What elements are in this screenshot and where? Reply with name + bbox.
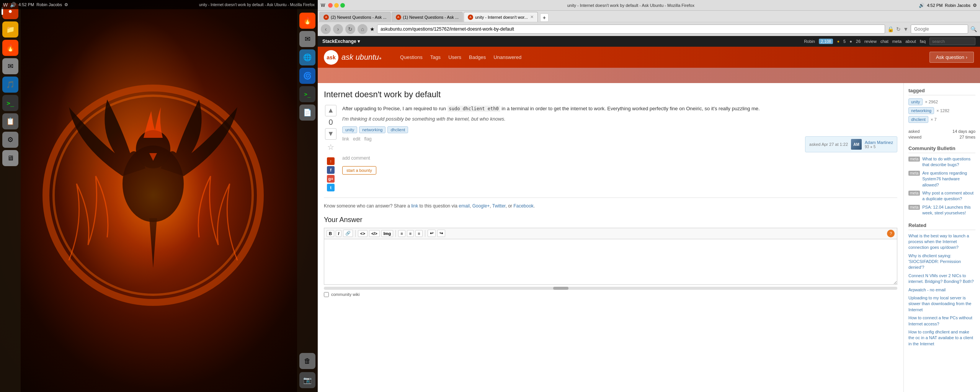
right-dock-trash[interactable]: 🗑: [299, 353, 315, 369]
related-item-5[interactable]: Uploading to my local server is slower t…: [908, 295, 975, 313]
dock-item-files2[interactable]: 🖥: [2, 150, 18, 166]
share-email-link[interactable]: email: [459, 203, 470, 209]
au-nav-tags[interactable]: Tags: [427, 53, 444, 62]
tag-networking[interactable]: networking: [359, 126, 385, 133]
downvote-btn[interactable]: ▼: [325, 128, 336, 140]
tag-dhclient[interactable]: dhclient: [387, 126, 408, 133]
related-item-4[interactable]: Arpwatch - no email: [908, 287, 975, 293]
editor-scrollbar[interactable]: [324, 287, 897, 290]
bookmark-icon[interactable]: ★: [370, 26, 375, 32]
related-item-3[interactable]: Connect N VMs over 2 NICs to internet. B…: [908, 273, 975, 285]
bulletin-link-3[interactable]: Why post a comment about a duplicate que…: [922, 190, 975, 202]
browser-tab-3[interactable]: A unity - Internet doesn't wor... ✕: [464, 12, 538, 22]
ask-question-btn[interactable]: Ask question ›: [929, 52, 974, 63]
link-action[interactable]: link: [342, 136, 349, 152]
user-name[interactable]: Adam Martinez: [865, 140, 893, 145]
sidebar-tag-unity[interactable]: unity: [908, 98, 923, 105]
refresh-icon2[interactable]: ↻: [896, 26, 901, 32]
code-btn[interactable]: <>: [358, 230, 368, 237]
dock-item-rhythmbox[interactable]: 🎵: [2, 77, 18, 93]
right-dock-cam[interactable]: 📷: [299, 372, 315, 388]
undo-btn[interactable]: ↩: [428, 230, 436, 237]
dropdown-icon[interactable]: ▼: [903, 26, 908, 32]
search-icon[interactable]: 🔍: [970, 26, 977, 32]
start-bounty-btn[interactable]: start a bounty: [342, 164, 897, 175]
dock-item-settings[interactable]: ⚙: [2, 132, 18, 148]
code-block-btn[interactable]: </>: [369, 230, 380, 237]
blockquote-btn[interactable]: ≡: [415, 230, 422, 237]
share-twitter-link[interactable]: Twitter: [492, 203, 506, 209]
au-nav-unanswered[interactable]: Unanswered: [490, 53, 524, 62]
share-googleplus-link[interactable]: Google+: [472, 203, 490, 209]
tab3-close-btn[interactable]: ✕: [530, 15, 534, 20]
dock-item-terminal[interactable]: >_: [2, 95, 18, 111]
tag-unity[interactable]: unity: [342, 126, 357, 133]
related-item-2[interactable]: Why is dhclient saying: 'SIOCSIFADDR: Pe…: [908, 253, 975, 271]
upvote-btn[interactable]: ▲: [325, 105, 336, 116]
tags-row: unity networking dhclient: [342, 126, 897, 133]
community-wiki-checkbox[interactable]: [324, 292, 329, 297]
au-nav-users[interactable]: Users: [445, 53, 464, 62]
se-chat-link[interactable]: chat: [880, 39, 889, 44]
image-btn[interactable]: Img: [381, 230, 394, 237]
bulletin-link-1[interactable]: What to do with questions that describe …: [922, 156, 975, 168]
se-meta-link[interactable]: meta: [892, 39, 902, 44]
right-dock-terminal[interactable]: >_: [299, 86, 315, 102]
ul-btn[interactable]: ≡: [407, 230, 414, 237]
browser-tab-1[interactable]: A (2) Newest Questions - Ask ...: [319, 12, 391, 22]
se-brand[interactable]: StackExchange ▾: [322, 39, 360, 44]
editor-help-icon[interactable]: ?: [887, 230, 895, 237]
twitter-icon[interactable]: t: [327, 184, 335, 191]
forward-btn[interactable]: ›: [333, 24, 343, 34]
right-dock-files[interactable]: 📄: [299, 105, 315, 121]
minimize-window-btn[interactable]: [334, 3, 339, 8]
favorite-btn[interactable]: ☆: [325, 141, 336, 153]
related-item-6[interactable]: How to connect a few PCs without Interne…: [908, 315, 975, 327]
se-about-link[interactable]: about: [905, 39, 916, 44]
google-search-input[interactable]: [911, 24, 968, 34]
tag-row-unity: unity × 2962: [908, 98, 975, 105]
networking-count: × 1282: [936, 108, 949, 113]
answer-textarea[interactable]: [324, 239, 897, 285]
googleplus-icon[interactable]: g+: [327, 175, 335, 183]
sidebar-tag-networking[interactable]: networking: [908, 107, 934, 114]
dock-item-firefox[interactable]: 🔥: [2, 40, 18, 56]
dock-item-files[interactable]: 📁: [2, 21, 18, 38]
address-input[interactable]: [377, 24, 885, 34]
refresh-btn[interactable]: ↻: [345, 24, 355, 34]
share-facebook-link[interactable]: Facebook: [513, 203, 534, 209]
right-dock-globe2[interactable]: 🌀: [299, 68, 315, 84]
maximize-window-btn[interactable]: [340, 3, 345, 8]
edit-action[interactable]: edit: [353, 136, 360, 152]
bold-btn[interactable]: B: [327, 230, 334, 237]
browser-tab-2[interactable]: A (1) Newest Questions - Ask ...: [392, 12, 463, 22]
add-comment-link[interactable]: add comment: [342, 155, 897, 161]
home-btn[interactable]: ⌂: [358, 24, 368, 34]
italic-btn[interactable]: I: [336, 230, 341, 237]
right-dock-email[interactable]: ✉: [299, 31, 315, 47]
close-window-btn[interactable]: [328, 3, 333, 8]
facebook-icon[interactable]: f: [327, 166, 335, 174]
share-link-url[interactable]: link: [411, 203, 418, 209]
right-dock-firefox[interactable]: 🔥: [299, 13, 315, 29]
se-faq-link[interactable]: faq: [920, 39, 926, 44]
dock-item-email[interactable]: ✉: [2, 58, 18, 74]
new-tab-btn[interactable]: +: [540, 13, 549, 22]
sidebar-tag-dhclient[interactable]: dhclient: [908, 116, 928, 123]
ol-btn[interactable]: ≡: [398, 230, 405, 237]
se-search-input[interactable]: [929, 38, 975, 45]
link-btn[interactable]: 🔗: [343, 230, 353, 237]
au-nav-badges[interactable]: Badges: [466, 53, 489, 62]
dock-item-clipboard[interactable]: 📋: [2, 113, 18, 129]
redo-btn[interactable]: ↪: [437, 230, 445, 237]
au-nav-questions[interactable]: Questions: [397, 53, 426, 62]
se-review-link[interactable]: review: [864, 39, 877, 44]
related-item-7[interactable]: How to config dhclient and make the oc i…: [908, 329, 975, 347]
back-btn[interactable]: ‹: [321, 24, 331, 34]
right-dock-globe[interactable]: 🌐: [299, 49, 315, 65]
share-icon[interactable]: ↑: [327, 157, 335, 165]
bulletin-link-4[interactable]: PSA: 12.04 Launches this week, steel you…: [922, 204, 975, 216]
flag-action[interactable]: flag: [364, 136, 371, 152]
bulletin-link-2[interactable]: Are questions regarding System76 hardwar…: [922, 170, 975, 188]
related-item-1[interactable]: What is the best way to launch a process…: [908, 233, 975, 251]
